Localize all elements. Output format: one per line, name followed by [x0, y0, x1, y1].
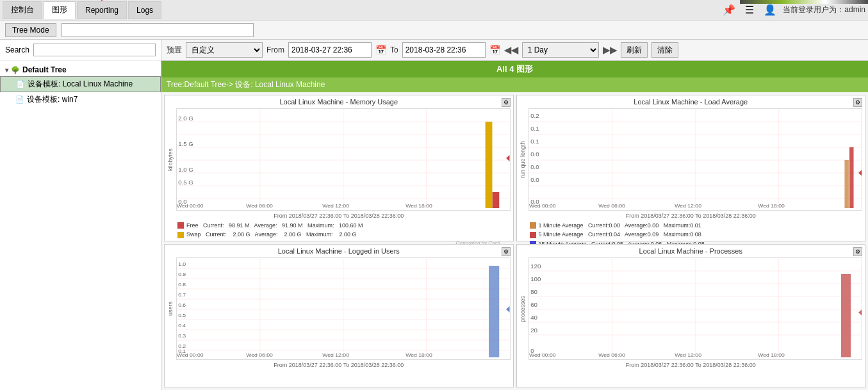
pushpin-icon[interactable]: 📌 [721, 3, 737, 18]
user-info: 当前登录用户为：admin [783, 4, 865, 15]
chart-memory-title: Local Linux Machine - Memory Usage [165, 95, 513, 107]
clear-button[interactable]: 清除 [651, 42, 678, 58]
tab-reporting[interactable]: Reporting ↓ [77, 1, 127, 19]
svg-text:Wed 06:00: Wed 06:00 [598, 352, 625, 357]
preset-label: 预置 [167, 45, 182, 56]
chart-processes-settings-icon[interactable]: ⚙ [853, 247, 862, 256]
svg-text:0.0: 0.0 [530, 177, 539, 183]
tree-arrow-icon: ▾ [5, 67, 8, 74]
tree-item-win7[interactable]: 📄 设备模板: win7 [0, 92, 161, 107]
tree-item-win7-label: 设备模板: win7 [27, 94, 78, 105]
svg-text:0.4: 0.4 [178, 322, 186, 329]
svg-text:1.5 G: 1.5 G [178, 141, 193, 147]
chart-processes-title: Local Linux Machine - Processes [517, 245, 865, 256]
prev-arrow[interactable]: ◀◀ [504, 45, 518, 55]
svg-text:0.5 G: 0.5 G [178, 179, 193, 186]
svg-text:Wed 00:00: Wed 00:00 [529, 352, 556, 357]
svg-text:0.6: 0.6 [178, 302, 186, 308]
svg-text:0.1: 0.1 [530, 126, 539, 132]
svg-text:Wed 12:00: Wed 12:00 [675, 202, 701, 208]
svg-rect-15 [492, 192, 499, 208]
chart-memory-ylabel: kilobytes [167, 108, 176, 211]
svg-text:Wed 18:00: Wed 18:00 [758, 202, 785, 208]
svg-text:20: 20 [530, 327, 537, 334]
svg-text:0.9: 0.9 [178, 271, 186, 277]
svg-text:2.0 G: 2.0 G [178, 115, 193, 122]
svg-marker-91 [858, 309, 862, 316]
tree-mode-button[interactable]: Tree Mode [5, 23, 56, 37]
svg-text:1.0 G: 1.0 G [178, 167, 193, 173]
svg-text:0.2: 0.2 [530, 113, 539, 119]
tree-item-linux-label: 设备模板: Local Linux Machine [28, 79, 133, 90]
search-input[interactable] [61, 23, 254, 37]
tree-doc-icon: 📄 [16, 80, 25, 88]
chart-processes: Local Linux Machine - Processes ⚙ 🔍 ≡ pr… [516, 244, 866, 387]
svg-marker-17 [506, 155, 509, 161]
svg-text:Wed 12:00: Wed 12:00 [675, 352, 701, 357]
tree-root[interactable]: ▾ 🌳 Default Tree [0, 63, 161, 76]
svg-text:Wed 18:00: Wed 18:00 [405, 352, 432, 357]
svg-text:Wed 06:00: Wed 06:00 [598, 202, 625, 208]
svg-text:Wed 06:00: Wed 06:00 [246, 352, 273, 357]
svg-text:120: 120 [530, 263, 541, 270]
svg-text:0.0: 0.0 [530, 151, 539, 158]
from-date-input[interactable] [288, 42, 372, 58]
svg-text:100: 100 [530, 276, 541, 282]
to-date-input[interactable] [402, 42, 486, 58]
to-label: To [390, 45, 398, 54]
svg-marker-69 [506, 306, 509, 313]
chart-load-settings-icon[interactable]: ⚙ [853, 98, 862, 107]
sidebar-search-input[interactable] [33, 44, 156, 56]
chart-memory-timerange: From 2018/03/27 22:36:00 To 2018/03/28 2… [165, 212, 513, 220]
section-title: All 4 图形 [161, 61, 868, 77]
svg-marker-41 [858, 170, 862, 176]
preset-select[interactable]: 自定义 [186, 42, 263, 58]
svg-rect-90 [841, 274, 851, 357]
svg-text:0.0: 0.0 [530, 164, 539, 170]
svg-text:1.0: 1.0 [178, 261, 186, 267]
chart-users-settings-icon[interactable]: ⚙ [502, 247, 511, 256]
svg-text:0.5: 0.5 [178, 312, 186, 318]
menu-icon[interactable]: ☰ [742, 3, 757, 18]
svg-rect-40 [849, 147, 853, 208]
next-arrow[interactable]: ▶▶ [603, 45, 617, 55]
svg-rect-16 [486, 122, 493, 208]
svg-text:80: 80 [530, 289, 537, 295]
tree-folder-icon: 🌳 [11, 66, 20, 74]
user-icon[interactable]: 👤 [762, 3, 778, 18]
tab-logs[interactable]: Logs [128, 1, 161, 19]
chart-users-title: Local Linux Machine - Logged in Users [165, 245, 513, 256]
chart-users: Local Linux Machine - Logged in Users ⚙ … [164, 244, 514, 387]
svg-rect-39 [844, 160, 848, 208]
chart-load: Local Linux Machine - Load Average ⚙ 🔍 ≡… [516, 95, 866, 241]
svg-text:Wed 18:00: Wed 18:00 [758, 352, 785, 357]
tab-graph[interactable]: 图形 [44, 1, 76, 19]
search-label: Search [5, 45, 29, 54]
from-cal-icon[interactable]: 📅 [375, 45, 386, 55]
to-cal-icon[interactable]: 📅 [489, 45, 500, 55]
svg-text:0.8: 0.8 [178, 281, 186, 288]
svg-text:Wed 18:00: Wed 18:00 [405, 202, 432, 208]
chart-memory-settings-icon[interactable]: ⚙ [502, 98, 511, 107]
tree-doc-icon-2: 📄 [15, 95, 24, 104]
from-label: From [266, 45, 284, 54]
chart-memory: Local Linux Machine - Memory Usage ⚙ 🔍 ≡… [164, 95, 514, 241]
svg-text:Wed 12:00: Wed 12:00 [322, 352, 349, 357]
svg-text:Wed 06:00: Wed 06:00 [246, 202, 273, 208]
svg-text:Wed 00:00: Wed 00:00 [177, 202, 204, 208]
chart-load-timerange: From 2018/03/27 22:36:00 To 2018/03/28 2… [517, 212, 865, 220]
chart-processes-timerange: From 2018/03/27 22:36:00 To 2018/03/28 2… [517, 361, 865, 369]
svg-text:0.7: 0.7 [178, 291, 186, 298]
svg-text:0.1: 0.1 [530, 138, 539, 145]
svg-text:40: 40 [530, 314, 537, 321]
interval-select[interactable]: 1 Day [522, 42, 599, 58]
refresh-button[interactable]: 刷新 [621, 42, 648, 58]
svg-rect-68 [489, 266, 499, 357]
tab-console[interactable]: 控制台 [3, 1, 42, 19]
svg-text:0.3: 0.3 [178, 332, 186, 339]
tree-item-linux[interactable]: 📄 设备模板: Local Linux Machine [0, 76, 161, 92]
tree-root-label: Default Tree [22, 65, 67, 74]
svg-text:Wed 00:00: Wed 00:00 [529, 202, 556, 208]
chart-load-title: Local Linux Machine - Load Average [517, 95, 865, 107]
chart-load-ylabel: run que length [520, 108, 528, 211]
